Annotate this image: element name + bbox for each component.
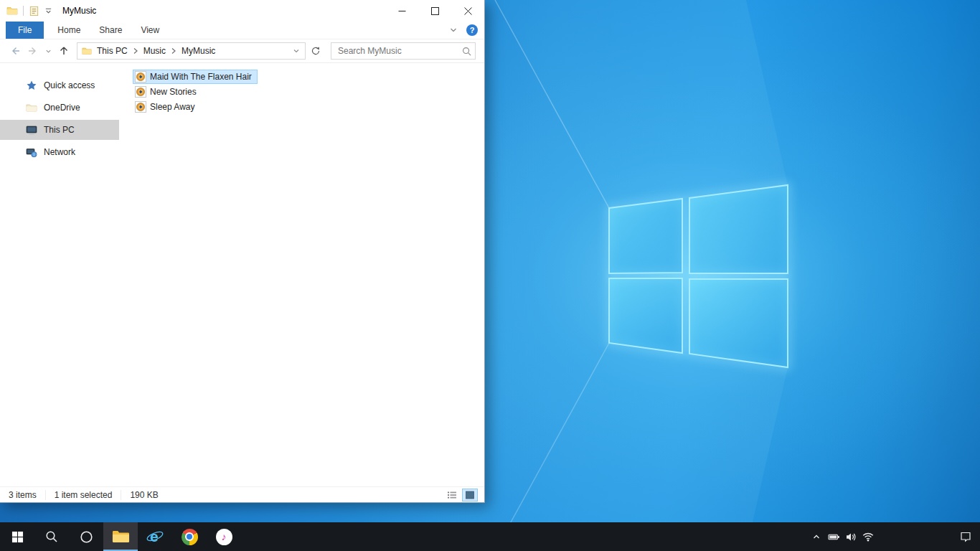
- battery-icon[interactable]: [825, 522, 842, 551]
- selection-status: 1 item selected: [45, 490, 121, 500]
- system-tray: [808, 522, 980, 551]
- music-file-icon: [135, 71, 146, 83]
- address-dropdown-chevron-icon[interactable]: [290, 47, 303, 55]
- cortana-circle-icon: [80, 530, 93, 544]
- chrome-icon: [182, 529, 198, 545]
- this-pc-icon: [26, 124, 37, 136]
- refresh-icon[interactable]: [308, 43, 324, 59]
- navigation-bar: This PC Music MyMusic: [0, 39, 484, 63]
- tray-spacer: [877, 522, 957, 551]
- up-button[interactable]: [56, 43, 72, 59]
- titlebar[interactable]: MyMusic: [0, 0, 484, 22]
- maximize-button[interactable]: [418, 0, 451, 22]
- navigation-pane: Quick access OneDrive This PC Network: [0, 63, 119, 486]
- window-body: Quick access OneDrive This PC Network: [0, 63, 484, 486]
- properties-icon[interactable]: [29, 6, 39, 17]
- file-item-maid-with-the-flaxen-hair[interactable]: Maid With The Flaxen Hair: [133, 69, 484, 84]
- search-icon: [45, 530, 58, 543]
- itunes-button[interactable]: ♪: [207, 522, 241, 551]
- network-icon: [26, 146, 37, 158]
- help-icon[interactable]: ?: [466, 24, 478, 36]
- sidebar-item-label: This PC: [44, 125, 75, 135]
- itunes-icon: ♪: [216, 529, 232, 545]
- file-name: Maid With The Flaxen Hair: [150, 72, 252, 82]
- volume-icon[interactable]: [842, 522, 859, 551]
- tab-file[interactable]: File: [6, 22, 44, 39]
- taskbar-file-explorer-button[interactable]: [103, 522, 138, 551]
- quick-access-toolbar: [0, 5, 52, 17]
- explorer-window-icon: [6, 5, 18, 17]
- search-icon[interactable]: [458, 47, 475, 56]
- status-bar: 3 items 1 item selected 190 KB: [0, 486, 484, 502]
- file-explorer-folder-icon: [112, 529, 130, 544]
- file-name: Sleep Away: [150, 102, 195, 112]
- breadcrumb-segment-this-pc[interactable]: This PC: [93, 46, 131, 56]
- sidebar-item-network[interactable]: Network: [0, 142, 119, 162]
- breadcrumb-segment-mymusic[interactable]: MyMusic: [178, 46, 219, 56]
- customize-quick-access-chevron-icon[interactable]: [44, 7, 52, 15]
- sidebar-item-this-pc[interactable]: This PC: [0, 120, 119, 140]
- file-item-sleep-away[interactable]: Sleep Away: [133, 99, 484, 114]
- tab-home[interactable]: Home: [48, 22, 90, 39]
- chrome-button[interactable]: [172, 522, 207, 551]
- close-button[interactable]: [451, 0, 484, 22]
- internet-explorer-icon: e: [146, 527, 164, 546]
- hidden-icons-chevron-icon[interactable]: [808, 522, 825, 551]
- back-button[interactable]: [7, 43, 23, 59]
- internet-explorer-button[interactable]: e: [138, 522, 172, 551]
- selection-size: 190 KB: [121, 490, 166, 500]
- file-name: New Stories: [150, 87, 197, 97]
- onedrive-icon: [26, 102, 37, 113]
- file-explorer-window: MyMusic File Home Share View ?: [0, 0, 485, 503]
- breadcrumb-chevron-icon: [171, 47, 176, 55]
- quick-access-star-icon: [26, 80, 37, 91]
- sidebar-item-label: OneDrive: [44, 103, 80, 113]
- breadcrumb-segment-music[interactable]: Music: [140, 46, 169, 56]
- ribbon-tab-strip: File Home Share View ?: [0, 22, 484, 39]
- taskbar: e ♪: [0, 522, 980, 551]
- forward-button[interactable]: [25, 43, 41, 59]
- item-count: 3 items: [9, 490, 45, 500]
- svg-text:e: e: [150, 528, 159, 545]
- search-input[interactable]: [331, 46, 458, 56]
- wifi-icon[interactable]: [859, 522, 877, 551]
- toolbar-separator: [23, 6, 24, 16]
- sidebar-item-onedrive[interactable]: OneDrive: [0, 98, 119, 118]
- taskbar-search-button[interactable]: [34, 522, 69, 551]
- address-folder-icon: [82, 46, 92, 56]
- large-icons-view-button[interactable]: [462, 489, 478, 501]
- search-box: [331, 42, 476, 60]
- details-view-button[interactable]: [444, 489, 460, 501]
- sidebar-item-label: Network: [44, 147, 75, 157]
- sidebar-item-quick-access[interactable]: Quick access: [0, 75, 119, 95]
- tab-view[interactable]: View: [131, 22, 169, 39]
- file-list[interactable]: Maid With The Flaxen Hair New Stories Sl…: [119, 63, 484, 486]
- file-item-new-stories[interactable]: New Stories: [133, 84, 484, 99]
- music-file-icon: [135, 101, 146, 113]
- start-button[interactable]: [0, 522, 34, 551]
- cortana-button[interactable]: [69, 522, 103, 551]
- sidebar-item-label: Quick access: [44, 80, 95, 90]
- action-center-icon[interactable]: [957, 522, 974, 551]
- window-title: MyMusic: [62, 6, 96, 16]
- tab-share[interactable]: Share: [90, 22, 131, 39]
- caption-buttons: [385, 0, 484, 22]
- music-file-icon: [135, 86, 146, 98]
- expand-ribbon-chevron-icon[interactable]: [449, 26, 458, 34]
- windows-logo-icon: [11, 531, 24, 543]
- minimize-button[interactable]: [385, 0, 418, 22]
- address-bar[interactable]: This PC Music MyMusic: [77, 42, 306, 60]
- breadcrumb-chevron-icon: [133, 47, 138, 55]
- recent-locations-chevron-icon[interactable]: [43, 43, 54, 59]
